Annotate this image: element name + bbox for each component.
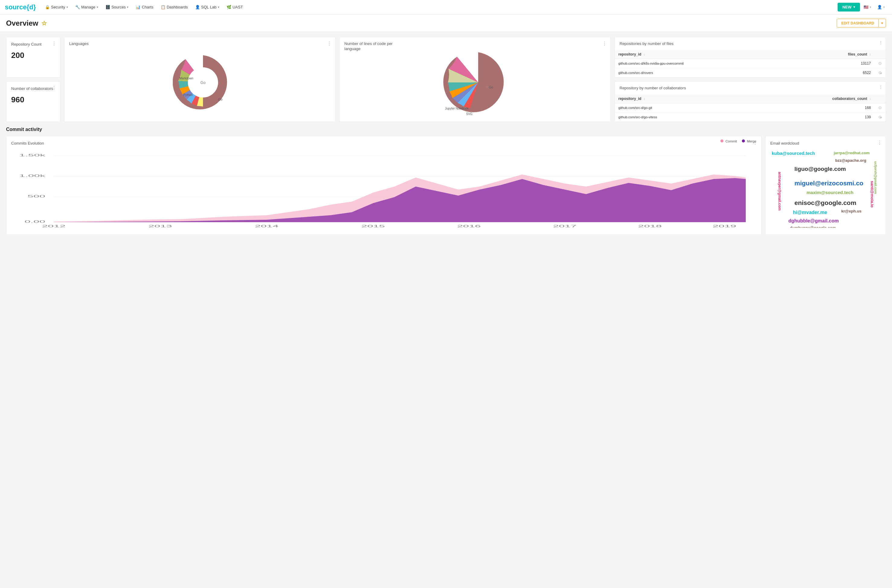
- commit-activity-section-title: Commit activity: [6, 127, 886, 132]
- nav-dashboards[interactable]: 📋 Dashboards: [158, 3, 191, 11]
- repo-count-value: 200: [11, 51, 55, 60]
- repo-count-title: Repository Count: [11, 42, 55, 47]
- nav-security[interactable]: 🔒 Security ▾: [42, 3, 71, 11]
- repo-count-menu[interactable]: ⋮: [52, 41, 57, 46]
- col-collab-count[interactable]: collaborators_count ↕: [745, 94, 874, 103]
- logo[interactable]: source{d}: [5, 3, 36, 11]
- sort-icon-4: ↕: [869, 97, 871, 100]
- collaborators-card: ⋮ Number of collaborators 960: [6, 81, 60, 122]
- repos-by-collab-menu[interactable]: ⋮: [879, 84, 883, 89]
- new-button[interactable]: NEW ▾: [838, 3, 860, 12]
- nav-charts[interactable]: 📊 Charts: [132, 3, 156, 11]
- repo-id-cell-2: github.com/src-d/go-vitess: [615, 112, 745, 122]
- svg-text:500: 500: [27, 195, 45, 198]
- svg-text:Python: Python: [184, 93, 193, 97]
- manage-icon: 🔧: [75, 5, 80, 9]
- wc-word: kr@xph.us: [841, 209, 862, 214]
- scroll-down-icon: ⌄: [879, 69, 883, 75]
- files-count-cell: 6522: [798, 68, 874, 77]
- svg-text:Go: Go: [200, 80, 205, 85]
- commits-chart-svg-wrap: 1.50k 1.00k 500 0.00 2012 2013: [11, 150, 757, 230]
- table-row: github.com/src-d/go-git 168 ⚙: [615, 103, 886, 112]
- page-title: Overview: [6, 19, 38, 27]
- sources-icon: 🗄️: [105, 5, 110, 9]
- row-action-cell-2: ⚙: [874, 103, 886, 112]
- user-arrow: ▾: [883, 5, 885, 9]
- col-actions-1: [874, 50, 886, 59]
- wordcloud-card: ⋮ Email wordcloud kuba@sourced.tech jarr…: [765, 136, 886, 235]
- svg-text:0.00: 0.00: [24, 220, 45, 224]
- col-actions-2: [874, 94, 886, 103]
- collab-count-cell: 168: [745, 103, 874, 112]
- svg-text:SVG: SVG: [466, 112, 472, 116]
- repo-count-card: ⋮ Repository Count 200: [6, 37, 60, 78]
- commits-evolution-menu[interactable]: ⋮: [753, 140, 758, 146]
- chart-legend: Commit Merge: [721, 140, 757, 143]
- wc-word: enisoc@google.com: [794, 199, 856, 207]
- collaborators-value: 960: [11, 95, 55, 105]
- languages-menu[interactable]: ⋮: [327, 41, 332, 46]
- wc-word: dghubble@gmail.com: [788, 218, 839, 224]
- svg-text:1.50k: 1.50k: [20, 154, 45, 157]
- charts-icon: 📊: [135, 5, 140, 9]
- top-cards-grid: ⋮ Repository Count 200 ⋮ Number of colla…: [6, 37, 886, 122]
- col-repo-id-1[interactable]: repository_id ↕: [615, 50, 798, 59]
- favorite-star-icon[interactable]: ☆: [41, 20, 47, 27]
- nav-sqllab[interactable]: 👤 SQL Lab ▾: [192, 3, 222, 11]
- navbar: source{d} 🔒 Security ▾ 🔧 Manage ▾ 🗄️ Sou…: [0, 0, 892, 15]
- svg-text:2013: 2013: [148, 225, 172, 228]
- commit-legend-dot: [721, 140, 724, 142]
- repos-by-files-table: repository_id ↕ files_count ↕: [615, 50, 886, 77]
- repos-by-collaborators-card: ⋮ Repository by number of collaborators …: [614, 81, 886, 122]
- row-action-cell: ⚙: [874, 58, 886, 68]
- wc-word: santi@mola.io: [869, 181, 874, 208]
- svg-text:Go: Go: [489, 86, 493, 89]
- tables-column: ⋮ Repositories by number of files reposi…: [614, 37, 886, 122]
- svg-text:Go: Go: [218, 98, 223, 101]
- repos-by-files-title: Repositories by number of files: [615, 37, 886, 46]
- flag-arrow: ▾: [869, 5, 871, 9]
- code-lines-pie-chart: Go Jupyter Notebook SVG: [442, 49, 508, 116]
- col-files-count[interactable]: files_count ↕: [798, 50, 874, 59]
- repos-by-files-menu[interactable]: ⋮: [879, 40, 883, 45]
- col-repo-id-2[interactable]: repository_id ↕: [615, 94, 745, 103]
- user-icon: 👤: [877, 5, 882, 9]
- sqllab-dropdown-arrow: ▾: [218, 5, 219, 9]
- dashboards-icon: 📋: [161, 5, 165, 9]
- commits-evolution-title: Commits Evolution: [11, 141, 44, 146]
- svg-text:2014: 2014: [255, 225, 278, 228]
- user-menu[interactable]: 👤 ▾: [875, 4, 887, 10]
- logo-text1: source: [5, 3, 27, 11]
- commit-legend-item: Commit: [721, 140, 737, 143]
- wordcloud-title: Email wordcloud: [770, 141, 881, 146]
- wc-word: antnavper@gmail.com: [778, 172, 782, 210]
- table-row: github.com/src-d/rovers 6522 ⚙: [615, 68, 886, 77]
- svg-text:2016: 2016: [457, 225, 481, 228]
- bottom-grid: ⋮ Commits Evolution Commit Merge: [6, 136, 886, 235]
- merge-legend-dot: [742, 140, 745, 142]
- language-selector[interactable]: 🇺🇸 ▾: [861, 4, 874, 10]
- wc-word: miguel@erizocosmi.co: [794, 179, 863, 187]
- security-dropdown-arrow: ▾: [66, 5, 68, 9]
- nav-uast[interactable]: 🌿 UAST: [224, 3, 246, 11]
- svg-text:2018: 2018: [638, 225, 662, 228]
- sources-dropdown-arrow: ▾: [127, 5, 128, 9]
- wordcloud-menu[interactable]: ⋮: [877, 140, 882, 146]
- collab-count-cell: 139: [745, 112, 874, 122]
- manage-dropdown-arrow: ▾: [97, 5, 98, 9]
- edit-dashboard-dropdown-button[interactable]: ▾: [879, 19, 886, 27]
- table-row: github.com/src-d/k8s-nvidia-gpu-overcomm…: [615, 58, 886, 68]
- edit-dashboard-group: EDIT DASHBOARD ▾: [837, 19, 886, 27]
- wc-word: hi@mvader.me: [793, 210, 827, 215]
- repos-by-collab-title: Repository by number of collaborators: [615, 81, 886, 91]
- nav-manage[interactable]: 🔧 Manage ▾: [72, 3, 101, 11]
- repo-id-cell: github.com/src-d/rovers: [615, 68, 798, 77]
- commits-evolution-card: ⋮ Commits Evolution Commit Merge: [6, 136, 761, 235]
- table-row: github.com/src-d/go-vitess 139 ⚙: [615, 112, 886, 122]
- stats-column: ⋮ Repository Count 200 ⋮ Number of colla…: [6, 37, 60, 122]
- collaborators-menu[interactable]: ⋮: [52, 85, 57, 91]
- edit-dashboard-button[interactable]: EDIT DASHBOARD: [837, 19, 879, 27]
- svg-text:1.00k: 1.00k: [20, 174, 45, 177]
- code-lines-menu[interactable]: ⋮: [602, 41, 607, 46]
- nav-sources[interactable]: 🗄️ Sources ▾: [102, 3, 132, 11]
